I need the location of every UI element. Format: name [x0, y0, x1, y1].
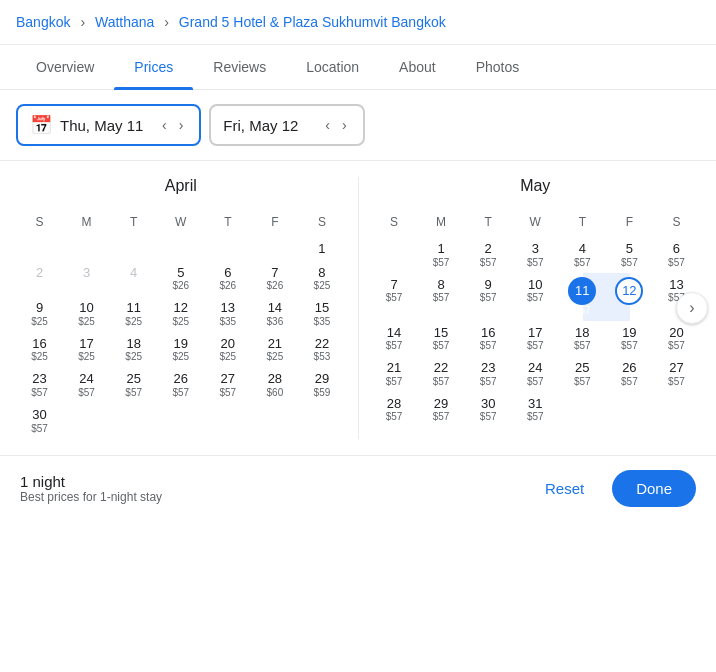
- day-cell[interactable]: 24$57: [63, 367, 110, 403]
- breadcrumb-bangkok[interactable]: Bangkok: [16, 14, 70, 30]
- day-cell: [251, 237, 298, 261]
- day-cell[interactable]: 29$57: [418, 392, 465, 428]
- day-cell[interactable]: 3$57: [512, 237, 559, 273]
- tab-prices[interactable]: Prices: [114, 45, 193, 89]
- day-cell[interactable]: 26$57: [606, 356, 653, 392]
- day-cell[interactable]: 2: [16, 261, 63, 297]
- day-cell: [204, 403, 251, 439]
- day-cell[interactable]: 15$57: [418, 321, 465, 357]
- breadcrumb-sep-1: ›: [80, 14, 85, 30]
- reset-button[interactable]: Reset: [529, 472, 600, 505]
- day-cell[interactable]: 29$59: [298, 367, 345, 403]
- checkin-date-picker[interactable]: 📅 Thu, May 11 ‹ ›: [16, 104, 201, 146]
- day-cell[interactable]: 3: [63, 261, 110, 297]
- day-cell[interactable]: 8$57: [418, 273, 465, 321]
- tab-about[interactable]: About: [379, 45, 456, 89]
- day-cell[interactable]: 28$57: [371, 392, 418, 428]
- day-cell[interactable]: 5$26: [157, 261, 204, 297]
- day-cell[interactable]: 6$26: [204, 261, 251, 297]
- done-button[interactable]: Done: [612, 470, 696, 507]
- day-cell[interactable]: 10$25: [63, 296, 110, 332]
- calendar-next-button[interactable]: ›: [676, 292, 708, 324]
- day-cell[interactable]: 21$25: [251, 332, 298, 368]
- day-cell[interactable]: 11$57: [559, 273, 606, 321]
- day-cell[interactable]: 22$53: [298, 332, 345, 368]
- day-cell: [157, 403, 204, 439]
- day-cell[interactable]: 7$57: [371, 273, 418, 321]
- day-cell[interactable]: 31$57: [512, 392, 559, 428]
- day-cell[interactable]: 17$25: [63, 332, 110, 368]
- breadcrumb-hotel[interactable]: Grand 5 Hotel & Plaza Sukhumvit Bangkok: [179, 14, 446, 30]
- day-header: M: [63, 211, 110, 233]
- day-cell[interactable]: 24$57: [512, 356, 559, 392]
- day-cell[interactable]: 4$57: [559, 237, 606, 273]
- day-cell[interactable]: 30$57: [465, 392, 512, 428]
- day-cell[interactable]: 27$57: [204, 367, 251, 403]
- tab-photos[interactable]: Photos: [456, 45, 540, 89]
- day-cell[interactable]: 6$57: [653, 237, 700, 273]
- day-cell[interactable]: 23$57: [16, 367, 63, 403]
- day-cell: [157, 237, 204, 261]
- checkin-next-arrow[interactable]: ›: [175, 115, 188, 135]
- day-cell[interactable]: 25$57: [110, 367, 157, 403]
- day-cell[interactable]: 13$35: [204, 296, 251, 332]
- tab-location[interactable]: Location: [286, 45, 379, 89]
- day-cell[interactable]: 25$57: [559, 356, 606, 392]
- day-cell[interactable]: 7$26: [251, 261, 298, 297]
- day-cell[interactable]: 9$25: [16, 296, 63, 332]
- day-cell[interactable]: 28$60: [251, 367, 298, 403]
- tab-overview[interactable]: Overview: [16, 45, 114, 89]
- day-cell[interactable]: 12$25: [157, 296, 204, 332]
- day-header: T: [110, 211, 157, 233]
- day-cell[interactable]: 5$57: [606, 237, 653, 273]
- checkin-date-text: Thu, May 11: [60, 117, 150, 134]
- day-cell[interactable]: 20$57: [653, 321, 700, 357]
- calendar-container: April SMTWTFS12345$266$267$268$259$2510$…: [0, 161, 716, 455]
- day-cell[interactable]: 15$35: [298, 296, 345, 332]
- day-cell[interactable]: 27$57: [653, 356, 700, 392]
- day-cell[interactable]: 30$57: [16, 403, 63, 439]
- checkin-prev-arrow[interactable]: ‹: [158, 115, 171, 135]
- day-cell: [16, 237, 63, 261]
- day-header: S: [371, 211, 418, 233]
- day-header: T: [465, 211, 512, 233]
- day-cell[interactable]: 21$57: [371, 356, 418, 392]
- checkout-next-arrow[interactable]: ›: [338, 115, 351, 135]
- day-cell[interactable]: 12: [606, 273, 653, 321]
- day-cell[interactable]: 22$57: [418, 356, 465, 392]
- day-header: S: [16, 211, 63, 233]
- day-cell[interactable]: 20$25: [204, 332, 251, 368]
- breadcrumb-watthana[interactable]: Watthana: [95, 14, 154, 30]
- day-header: F: [606, 211, 653, 233]
- day-cell[interactable]: 26$57: [157, 367, 204, 403]
- tab-reviews[interactable]: Reviews: [193, 45, 286, 89]
- day-cell[interactable]: 19$25: [157, 332, 204, 368]
- checkout-prev-arrow[interactable]: ‹: [321, 115, 334, 135]
- day-cell[interactable]: 14$36: [251, 296, 298, 332]
- day-cell[interactable]: 14$57: [371, 321, 418, 357]
- day-cell[interactable]: 1$57: [418, 237, 465, 273]
- breadcrumb-sep-2: ›: [164, 14, 169, 30]
- day-cell[interactable]: 4: [110, 261, 157, 297]
- may-calendar: May SMTWTFS1$572$573$574$575$576$577$578…: [371, 177, 701, 439]
- day-cell: [371, 237, 418, 273]
- day-cell[interactable]: 19$57: [606, 321, 653, 357]
- day-cell: [298, 403, 345, 439]
- day-cell[interactable]: 16$57: [465, 321, 512, 357]
- day-cell[interactable]: 2$57: [465, 237, 512, 273]
- day-cell[interactable]: 8$25: [298, 261, 345, 297]
- checkout-date-picker[interactable]: Fri, May 12 ‹ ›: [209, 104, 364, 146]
- day-cell[interactable]: 23$57: [465, 356, 512, 392]
- day-cell[interactable]: 16$25: [16, 332, 63, 368]
- day-cell[interactable]: 18$57: [559, 321, 606, 357]
- april-grid: SMTWTFS12345$266$267$268$259$2510$2511$2…: [16, 211, 346, 439]
- day-cell[interactable]: 11$25: [110, 296, 157, 332]
- checkin-arrows[interactable]: ‹ ›: [158, 115, 187, 135]
- day-cell: [559, 392, 606, 428]
- day-cell[interactable]: 9$57: [465, 273, 512, 321]
- checkout-arrows[interactable]: ‹ ›: [321, 115, 350, 135]
- day-cell[interactable]: 17$57: [512, 321, 559, 357]
- day-cell[interactable]: 10$57: [512, 273, 559, 321]
- day-cell[interactable]: 18$25: [110, 332, 157, 368]
- day-cell[interactable]: 1: [298, 237, 345, 261]
